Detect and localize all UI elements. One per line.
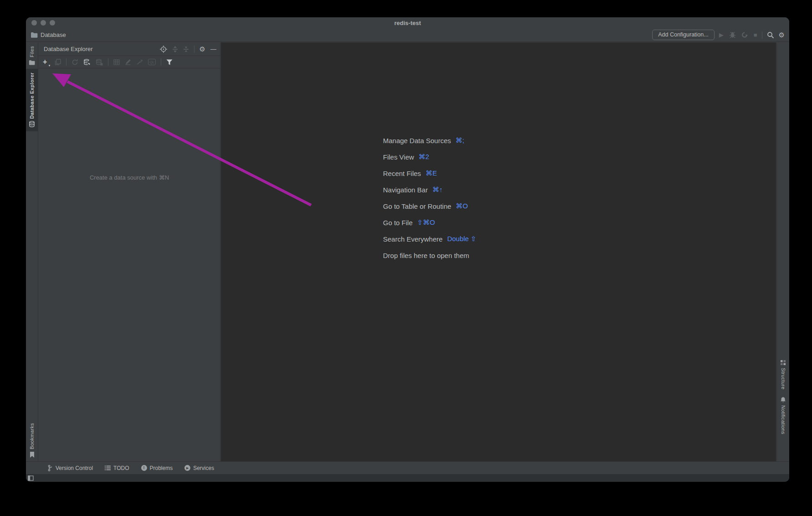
problems-icon: !	[141, 465, 147, 471]
filter-icon[interactable]	[166, 59, 173, 65]
run-toolbar: Add Configuration... ▶ ■	[652, 30, 785, 40]
shortcut-keys: ⌘↑	[432, 186, 443, 194]
panel-header-separator	[194, 46, 194, 53]
add-configuration-button[interactable]: Add Configuration...	[652, 30, 715, 40]
run-controls: ▶ ■	[719, 31, 757, 38]
todo-label: TODO	[113, 465, 129, 471]
shortcut-label: Go to File	[383, 219, 413, 227]
stripe-tab-database-explorer[interactable]: Database Explorer	[26, 69, 38, 132]
shortcut-row: Recent Files ⌘E	[383, 165, 476, 181]
stripe-tab-problems[interactable]: ! Problems	[141, 465, 173, 471]
shortcut-label: Go to Table or Routine	[383, 202, 451, 210]
stripe-tab-structure[interactable]: Structure	[777, 356, 789, 393]
plus-icon: +	[43, 58, 47, 66]
edit-icon[interactable]	[125, 59, 131, 65]
left-tool-stripe: Files Database Explorer Bookmarks	[26, 42, 38, 461]
caret-down-icon: ▾	[49, 64, 51, 67]
shortcut-row: Go to File ⇧⌘O	[383, 214, 476, 231]
panel-toolbar: + ▾	[39, 56, 220, 68]
toolbar-separator	[161, 58, 161, 66]
panel-title: Database Explorer	[44, 46, 93, 52]
panel-empty-hint: Create a data source with ⌘N	[39, 174, 220, 181]
hide-panel-icon[interactable]: —	[210, 46, 216, 52]
git-branch-icon	[48, 465, 53, 471]
bookmarks-tab-label: Bookmarks	[29, 423, 35, 449]
breadcrumb[interactable]: Database	[31, 31, 66, 38]
table-icon[interactable]	[113, 59, 120, 65]
shortcut-row: Manage Data Sources ⌘;	[383, 132, 476, 149]
run-icon[interactable]: ▶	[719, 31, 724, 38]
search-everywhere-icon[interactable]	[767, 31, 774, 39]
notifications-bell-icon	[780, 397, 786, 403]
database-explorer-tab-label: Database Explorer	[29, 72, 35, 119]
notifications-tab-label: Notifications	[781, 405, 786, 434]
structure-icon	[780, 360, 786, 366]
database-icon	[29, 121, 35, 128]
services-label: Services	[193, 465, 214, 471]
files-tab-label: Files	[29, 46, 35, 57]
expand-all-icon[interactable]	[172, 46, 178, 52]
toolbar-separator	[108, 58, 108, 66]
debug-icon[interactable]	[729, 31, 736, 38]
stripe-tab-bookmarks[interactable]: Bookmarks	[26, 419, 38, 461]
shortcut-label: Manage Data Sources	[383, 137, 451, 144]
shortcut-label: Files View	[383, 153, 414, 161]
bottom-tool-stripe: Version Control TODO ! Problems ▶ Servic…	[26, 461, 789, 474]
navigation-bar: Database Add Configuration... ▶	[26, 28, 789, 42]
stripe-tab-services[interactable]: ▶ Services	[184, 465, 214, 471]
shortcut-keys: ⌘2	[419, 153, 429, 161]
shortcut-label: Search Everywhere	[383, 235, 443, 243]
folder-icon	[29, 60, 35, 65]
database-explorer-panel: Database Explorer	[39, 42, 220, 461]
detach-data-source-icon[interactable]	[96, 59, 103, 66]
panel-header: Database Explorer	[39, 42, 220, 56]
tool-window-switcher-icon[interactable]	[28, 475, 34, 481]
shortcut-keys: ⌘;	[455, 136, 464, 144]
title-bar: redis-test	[26, 17, 789, 28]
shortcut-label: Navigation Bar	[383, 186, 428, 194]
bookmark-icon	[30, 452, 35, 458]
folder-icon	[31, 32, 38, 38]
stripe-tab-todo[interactable]: TODO	[105, 465, 129, 471]
panel-options-gear-icon[interactable]: ⚙	[199, 46, 205, 52]
stripe-tab-version-control[interactable]: Version Control	[48, 465, 93, 471]
right-tool-stripe: Structure Notifications	[776, 42, 789, 461]
stripe-tab-files[interactable]: Files	[26, 42, 38, 69]
data-source-properties-icon[interactable]	[83, 59, 91, 66]
shortcut-label: Recent Files	[383, 170, 421, 177]
locate-icon[interactable]	[160, 46, 167, 53]
shortcut-label: Drop files here to open them	[383, 252, 469, 259]
shortcut-row: Navigation Bar ⌘↑	[383, 181, 476, 198]
breadcrumb-label: Database	[41, 31, 66, 38]
stripe-tab-notifications[interactable]: Notifications	[777, 393, 789, 438]
shortcut-row: Go to Table or Routine ⌘O	[383, 198, 476, 214]
ide-window: redis-test Database Add Configuration...…	[26, 17, 789, 482]
services-icon: ▶	[184, 465, 190, 471]
toolbar-separator	[762, 31, 762, 39]
panel-header-icons: ⚙ —	[160, 46, 216, 53]
editor-area: Manage Data Sources ⌘; Files View ⌘2 Rec…	[221, 42, 776, 461]
shortcut-row: Search Everywhere Double ⇧	[383, 231, 476, 247]
structure-tab-label: Structure	[781, 368, 786, 389]
shortcut-keys: ⌘O	[456, 202, 468, 210]
shortcut-keys: ⇧⌘O	[417, 218, 435, 227]
refresh-icon[interactable]	[71, 59, 78, 66]
problems-label: Problems	[150, 465, 173, 471]
duplicate-icon[interactable]	[55, 59, 61, 65]
jump-to-console-icon[interactable]: QL	[148, 59, 156, 65]
shortcut-row: Drop files here to open them	[383, 247, 476, 263]
shortcut-keys: Double ⇧	[447, 235, 476, 243]
shortcut-cheatsheet: Manage Data Sources ⌘; Files View ⌘2 Rec…	[383, 132, 476, 263]
stop-icon[interactable]: ■	[754, 31, 757, 38]
settings-gear-icon[interactable]: ⚙	[779, 31, 785, 38]
shortcut-keys: ⌘E	[425, 169, 437, 177]
shortcut-row: Files View ⌘2	[383, 149, 476, 165]
todo-list-icon	[105, 465, 111, 470]
profiler-icon[interactable]	[741, 31, 748, 38]
new-data-source-button[interactable]: + ▾	[43, 58, 47, 66]
jump-to-icon[interactable]	[136, 59, 143, 65]
version-control-label: Version Control	[56, 465, 93, 471]
status-bar	[26, 474, 789, 482]
toolbar-separator	[66, 58, 66, 66]
collapse-all-icon[interactable]	[183, 46, 189, 52]
